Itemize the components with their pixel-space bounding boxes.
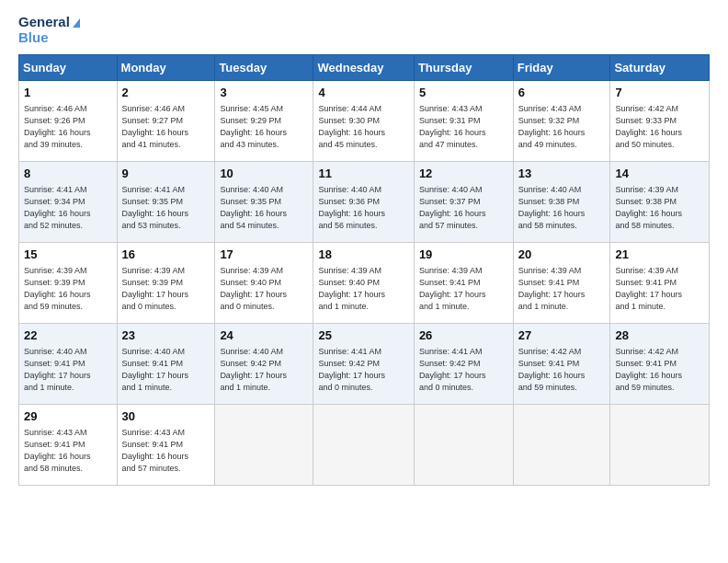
day-info: Sunrise: 4:40 AM Sunset: 9:41 PM Dayligh… xyxy=(122,346,210,394)
day-number: 3 xyxy=(220,85,308,101)
day-number: 26 xyxy=(419,327,508,344)
day-number: 8 xyxy=(24,166,112,182)
day-info: Sunrise: 4:45 AM Sunset: 9:29 PM Dayligh… xyxy=(220,103,308,151)
day-info: Sunrise: 4:43 AM Sunset: 9:32 PM Dayligh… xyxy=(518,103,606,151)
table-row xyxy=(513,405,610,486)
day-info: Sunrise: 4:41 AM Sunset: 9:34 PM Dayligh… xyxy=(24,184,112,232)
calendar-week-row: 15 Sunrise: 4:39 AM Sunset: 9:39 PM Dayl… xyxy=(19,243,710,324)
table-row: 10 Sunrise: 4:40 AM Sunset: 9:35 PM Dayl… xyxy=(215,162,313,243)
calendar-week-row: 8 Sunrise: 4:41 AM Sunset: 9:34 PM Dayli… xyxy=(19,162,710,243)
table-row: 2 Sunrise: 4:46 AM Sunset: 9:27 PM Dayli… xyxy=(117,81,215,162)
day-info: Sunrise: 4:40 AM Sunset: 9:37 PM Dayligh… xyxy=(419,184,508,232)
day-number: 6 xyxy=(518,85,606,101)
col-friday: Friday xyxy=(513,55,610,81)
table-row: 18 Sunrise: 4:39 AM Sunset: 9:40 PM Dayl… xyxy=(313,243,414,324)
day-info: Sunrise: 4:43 AM Sunset: 9:41 PM Dayligh… xyxy=(122,427,210,475)
table-row: 28 Sunrise: 4:42 AM Sunset: 9:41 PM Dayl… xyxy=(610,324,710,405)
col-thursday: Thursday xyxy=(414,55,513,81)
day-info: Sunrise: 4:43 AM Sunset: 9:41 PM Dayligh… xyxy=(24,427,112,475)
calendar-week-row: 1 Sunrise: 4:46 AM Sunset: 9:26 PM Dayli… xyxy=(19,81,710,162)
day-number: 4 xyxy=(318,85,408,101)
calendar-header-row: Sunday Monday Tuesday Wednesday Thursday… xyxy=(19,55,710,81)
day-info: Sunrise: 4:40 AM Sunset: 9:35 PM Dayligh… xyxy=(220,184,308,232)
day-info: Sunrise: 4:41 AM Sunset: 9:42 PM Dayligh… xyxy=(318,346,408,394)
table-row: 23 Sunrise: 4:40 AM Sunset: 9:41 PM Dayl… xyxy=(117,324,215,405)
table-row: 20 Sunrise: 4:39 AM Sunset: 9:41 PM Dayl… xyxy=(513,243,610,324)
table-row: 19 Sunrise: 4:39 AM Sunset: 9:41 PM Dayl… xyxy=(414,243,513,324)
table-row: 11 Sunrise: 4:40 AM Sunset: 9:36 PM Dayl… xyxy=(313,162,414,243)
day-number: 27 xyxy=(518,327,606,344)
day-number: 13 xyxy=(518,166,606,182)
day-info: Sunrise: 4:39 AM Sunset: 9:40 PM Dayligh… xyxy=(220,265,308,313)
day-number: 21 xyxy=(615,247,704,263)
day-number: 5 xyxy=(419,85,508,101)
table-row: 5 Sunrise: 4:43 AM Sunset: 9:31 PM Dayli… xyxy=(414,81,513,162)
table-row: 4 Sunrise: 4:44 AM Sunset: 9:30 PM Dayli… xyxy=(313,81,414,162)
day-number: 9 xyxy=(122,166,210,182)
day-info: Sunrise: 4:43 AM Sunset: 9:31 PM Dayligh… xyxy=(419,103,508,151)
table-row: 30 Sunrise: 4:43 AM Sunset: 9:41 PM Dayl… xyxy=(117,405,215,486)
day-info: Sunrise: 4:39 AM Sunset: 9:41 PM Dayligh… xyxy=(518,265,606,313)
table-row: 1 Sunrise: 4:46 AM Sunset: 9:26 PM Dayli… xyxy=(19,81,118,162)
day-number: 24 xyxy=(220,327,308,344)
table-row: 25 Sunrise: 4:41 AM Sunset: 9:42 PM Dayl… xyxy=(313,324,414,405)
day-info: Sunrise: 4:40 AM Sunset: 9:41 PM Dayligh… xyxy=(24,346,112,394)
col-tuesday: Tuesday xyxy=(215,55,313,81)
table-row: 6 Sunrise: 4:43 AM Sunset: 9:32 PM Dayli… xyxy=(513,81,610,162)
day-number: 29 xyxy=(24,408,112,425)
table-row: 29 Sunrise: 4:43 AM Sunset: 9:41 PM Dayl… xyxy=(19,405,118,486)
day-info: Sunrise: 4:42 AM Sunset: 9:41 PM Dayligh… xyxy=(615,346,704,394)
table-row: 17 Sunrise: 4:39 AM Sunset: 9:40 PM Dayl… xyxy=(215,243,313,324)
day-info: Sunrise: 4:39 AM Sunset: 9:38 PM Dayligh… xyxy=(615,184,704,232)
day-number: 12 xyxy=(419,166,508,182)
table-row xyxy=(313,405,414,486)
day-number: 2 xyxy=(122,85,210,101)
table-row xyxy=(610,405,710,486)
table-row: 14 Sunrise: 4:39 AM Sunset: 9:38 PM Dayl… xyxy=(610,162,710,243)
table-row: 27 Sunrise: 4:42 AM Sunset: 9:41 PM Dayl… xyxy=(513,324,610,405)
day-number: 10 xyxy=(220,166,308,182)
day-number: 30 xyxy=(122,408,210,425)
day-info: Sunrise: 4:42 AM Sunset: 9:33 PM Dayligh… xyxy=(615,103,704,151)
day-number: 22 xyxy=(24,327,112,344)
calendar-week-row: 22 Sunrise: 4:40 AM Sunset: 9:41 PM Dayl… xyxy=(19,324,710,405)
day-info: Sunrise: 4:42 AM Sunset: 9:41 PM Dayligh… xyxy=(518,346,606,394)
day-number: 17 xyxy=(220,247,308,263)
day-number: 23 xyxy=(122,327,210,344)
day-number: 1 xyxy=(24,85,112,101)
table-row: 12 Sunrise: 4:40 AM Sunset: 9:37 PM Dayl… xyxy=(414,162,513,243)
day-info: Sunrise: 4:44 AM Sunset: 9:30 PM Dayligh… xyxy=(318,103,408,151)
day-info: Sunrise: 4:41 AM Sunset: 9:42 PM Dayligh… xyxy=(419,346,508,394)
day-number: 18 xyxy=(318,247,408,263)
table-row: 13 Sunrise: 4:40 AM Sunset: 9:38 PM Dayl… xyxy=(513,162,610,243)
table-row: 9 Sunrise: 4:41 AM Sunset: 9:35 PM Dayli… xyxy=(117,162,215,243)
table-row: 3 Sunrise: 4:45 AM Sunset: 9:29 PM Dayli… xyxy=(215,81,313,162)
header: General Blue xyxy=(18,15,710,45)
col-saturday: Saturday xyxy=(610,55,710,81)
table-row: 16 Sunrise: 4:39 AM Sunset: 9:39 PM Dayl… xyxy=(117,243,215,324)
day-info: Sunrise: 4:46 AM Sunset: 9:26 PM Dayligh… xyxy=(24,103,112,151)
table-row: 8 Sunrise: 4:41 AM Sunset: 9:34 PM Dayli… xyxy=(19,162,118,243)
day-number: 15 xyxy=(24,247,112,263)
table-row: 22 Sunrise: 4:40 AM Sunset: 9:41 PM Dayl… xyxy=(19,324,118,405)
day-number: 19 xyxy=(419,247,508,263)
day-info: Sunrise: 4:39 AM Sunset: 9:41 PM Dayligh… xyxy=(419,265,508,313)
calendar-week-row: 29 Sunrise: 4:43 AM Sunset: 9:41 PM Dayl… xyxy=(19,405,710,486)
day-info: Sunrise: 4:39 AM Sunset: 9:40 PM Dayligh… xyxy=(318,265,408,313)
table-row: 21 Sunrise: 4:39 AM Sunset: 9:41 PM Dayl… xyxy=(610,243,710,324)
day-number: 20 xyxy=(518,247,606,263)
calendar-table: Sunday Monday Tuesday Wednesday Thursday… xyxy=(18,54,710,486)
day-info: Sunrise: 4:39 AM Sunset: 9:39 PM Dayligh… xyxy=(24,265,112,313)
col-sunday: Sunday xyxy=(19,55,118,81)
day-info: Sunrise: 4:40 AM Sunset: 9:38 PM Dayligh… xyxy=(518,184,606,232)
day-number: 14 xyxy=(615,166,704,182)
day-number: 16 xyxy=(122,247,210,263)
day-number: 11 xyxy=(318,166,408,182)
table-row xyxy=(215,405,313,486)
table-row: 26 Sunrise: 4:41 AM Sunset: 9:42 PM Dayl… xyxy=(414,324,513,405)
col-monday: Monday xyxy=(117,55,215,81)
table-row: 24 Sunrise: 4:40 AM Sunset: 9:42 PM Dayl… xyxy=(215,324,313,405)
page: General Blue Sunday Monday Tuesday Wedne… xyxy=(0,0,728,563)
day-info: Sunrise: 4:40 AM Sunset: 9:36 PM Dayligh… xyxy=(318,184,408,232)
table-row: 15 Sunrise: 4:39 AM Sunset: 9:39 PM Dayl… xyxy=(19,243,118,324)
